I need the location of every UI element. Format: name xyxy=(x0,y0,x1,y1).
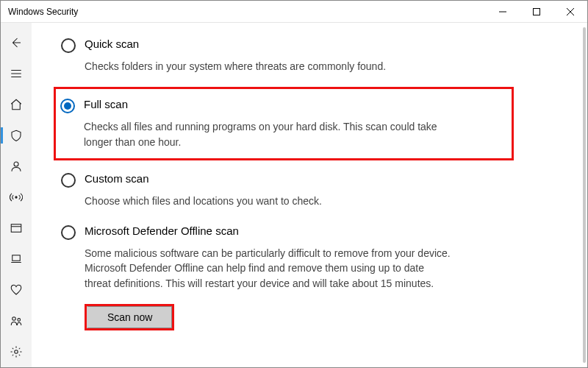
nav-firewall[interactable] xyxy=(1,182,32,213)
option-description: Choose which files and locations you wan… xyxy=(85,194,452,208)
back-button[interactable] xyxy=(1,27,32,58)
family-icon xyxy=(10,314,23,328)
svg-point-7 xyxy=(15,350,18,354)
option-title: Quick scan xyxy=(85,38,139,50)
scan-now-button[interactable]: Scan now xyxy=(87,306,172,328)
window-controls xyxy=(486,1,587,23)
scrollbar[interactable] xyxy=(583,27,586,363)
nav-device-performance[interactable] xyxy=(1,275,32,305)
highlight-scan-now: Scan now xyxy=(85,304,174,330)
svg-point-5 xyxy=(12,317,16,321)
heart-icon xyxy=(10,283,23,297)
broadcast-icon xyxy=(10,191,23,204)
shield-icon xyxy=(10,129,23,142)
option-description: Checks folders in your system where thre… xyxy=(85,59,452,74)
nav-settings[interactable] xyxy=(1,336,32,367)
window-icon xyxy=(10,222,23,235)
nav-account-protection[interactable] xyxy=(1,151,32,182)
option-title: Microsoft Defender Offline scan xyxy=(85,224,239,237)
laptop-icon xyxy=(10,252,23,266)
nav-app-browser[interactable] xyxy=(1,213,32,244)
radio-icon[interactable] xyxy=(60,99,75,113)
close-button[interactable] xyxy=(553,1,587,23)
highlight-full-scan: Full scan Checks all files and running p… xyxy=(54,87,514,160)
nav-device-security[interactable] xyxy=(1,244,32,275)
hamburger-icon xyxy=(10,67,23,80)
option-description: Checks all files and running programs on… xyxy=(84,119,451,149)
svg-point-2 xyxy=(15,197,17,198)
option-custom-scan[interactable]: Custom scan xyxy=(61,169,558,189)
svg-rect-0 xyxy=(534,9,540,15)
nav-home[interactable] xyxy=(1,89,32,120)
option-description: Some malicious software can be particula… xyxy=(85,246,452,291)
back-arrow-icon xyxy=(10,36,23,49)
menu-button[interactable] xyxy=(1,58,32,89)
gear-icon xyxy=(10,345,23,358)
radio-icon[interactable] xyxy=(61,173,76,188)
scan-options-panel: Quick scan Checks folders in your system… xyxy=(32,23,587,367)
svg-rect-3 xyxy=(11,224,21,233)
option-offline-scan[interactable]: Microsoft Defender Offline scan xyxy=(61,222,558,241)
window-title: Windows Security xyxy=(8,7,78,17)
radio-icon[interactable] xyxy=(61,225,76,240)
svg-point-6 xyxy=(18,319,21,322)
option-full-scan[interactable]: Full scan xyxy=(60,95,504,115)
svg-point-1 xyxy=(14,162,18,166)
radio-icon[interactable] xyxy=(61,38,76,53)
home-icon xyxy=(10,98,23,111)
option-title: Full scan xyxy=(84,98,128,110)
person-icon xyxy=(10,160,23,173)
nav-rail xyxy=(1,23,32,367)
svg-rect-4 xyxy=(12,255,21,261)
maximize-button[interactable] xyxy=(520,1,553,23)
option-quick-scan[interactable]: Quick scan xyxy=(61,35,558,54)
nav-family-options[interactable] xyxy=(1,305,32,336)
minimize-button[interactable] xyxy=(486,1,520,23)
option-title: Custom scan xyxy=(85,172,149,185)
nav-virus-protection[interactable] xyxy=(1,120,32,151)
